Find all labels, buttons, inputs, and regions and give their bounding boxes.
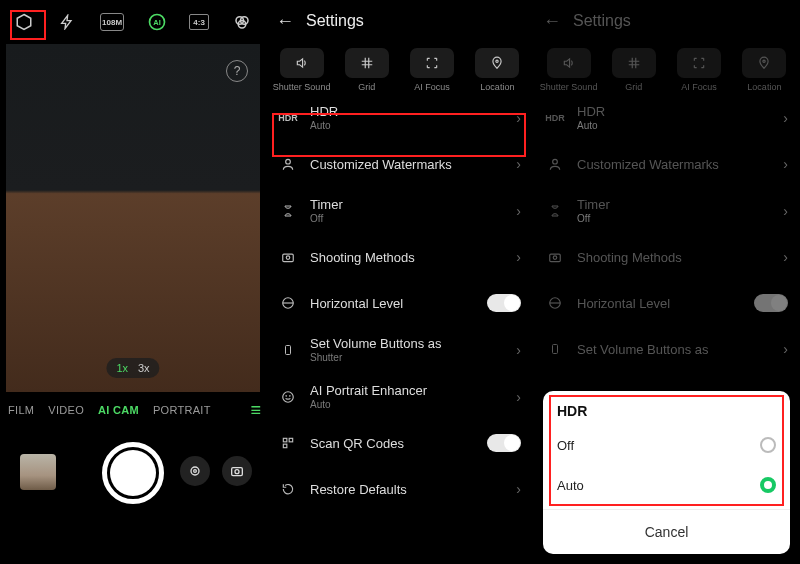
row-horizontal-level[interactable]: Horizontal Level	[266, 280, 533, 326]
timer-icon	[545, 204, 565, 218]
row-timer[interactable]: TimerOff ›	[266, 187, 533, 234]
aspect-ratio-icon[interactable]: 4:3	[189, 14, 209, 30]
toggle-horizontal-level[interactable]	[487, 294, 521, 312]
radio-auto[interactable]	[760, 477, 776, 493]
camera-icon	[545, 250, 565, 264]
quick-settings-row: Shutter Sound Grid AI Focus Location	[266, 42, 533, 94]
mode-film[interactable]: FILM	[8, 404, 34, 416]
ai-icon[interactable]: AI	[146, 8, 167, 36]
row-ai-portrait[interactable]: AI Portrait EnhancerAuto ›	[266, 373, 533, 420]
settings-list: HDR HDRAuto › Customized Watermarks › Ti…	[533, 94, 800, 372]
shutter-button[interactable]	[102, 442, 164, 504]
svg-point-6	[191, 467, 199, 475]
chevron-right-icon: ›	[516, 249, 521, 265]
svg-rect-27	[553, 345, 558, 354]
chevron-right-icon: ›	[516, 203, 521, 219]
sheet-title: HDR	[543, 391, 790, 425]
camera-screen: 108M AI 4:3 ? 1x 3x FILM VIDEO AI CAM PO…	[0, 0, 266, 564]
quick-shutter-sound[interactable]: Shutter Sound	[272, 48, 331, 92]
restore-icon	[278, 482, 298, 496]
svg-point-9	[235, 470, 239, 474]
settings-header: ← Settings	[266, 0, 533, 42]
quick-grid: Grid	[604, 48, 663, 92]
flash-icon[interactable]	[57, 8, 78, 36]
svg-rect-24	[550, 254, 561, 262]
mode-portrait[interactable]: PORTRAIT	[153, 404, 211, 416]
help-icon[interactable]: ?	[226, 60, 248, 82]
chevron-right-icon: ›	[516, 389, 521, 405]
quick-grid[interactable]: Grid	[337, 48, 396, 92]
svg-point-17	[286, 395, 287, 396]
row-shooting-methods[interactable]: Shooting Methods ›	[266, 234, 533, 280]
svg-point-23	[553, 159, 558, 164]
svg-point-7	[194, 470, 197, 473]
highlight-hdr-row	[272, 113, 526, 157]
svg-rect-12	[283, 254, 294, 262]
gallery-thumbnail[interactable]	[20, 454, 56, 490]
zoom-3x[interactable]: 3x	[138, 362, 150, 374]
megapixel-toggle[interactable]: 108M	[100, 13, 124, 31]
settings-header: ← Settings	[533, 0, 800, 42]
lens-button[interactable]	[180, 456, 210, 486]
settings-screen: ← Settings Shutter Sound Grid AI Focus L…	[266, 0, 533, 564]
svg-rect-19	[283, 438, 287, 442]
hdr-option-off[interactable]: Off	[543, 425, 790, 465]
switch-camera-button[interactable]	[222, 456, 252, 486]
row-shooting-methods: Shooting Methods ›	[533, 234, 800, 280]
row-restore-defaults[interactable]: Restore Defaults ›	[266, 466, 533, 512]
highlight-settings-icon	[10, 10, 46, 40]
phone-icon	[545, 341, 565, 357]
row-volume-buttons[interactable]: Set Volume Buttons asShutter ›	[266, 326, 533, 373]
svg-point-11	[286, 159, 291, 164]
quick-location: Location	[735, 48, 794, 92]
chevron-right-icon: ›	[516, 481, 521, 497]
level-icon	[545, 296, 565, 310]
timer-icon	[278, 204, 298, 218]
row-horizontal-level: Horizontal Level	[533, 280, 800, 326]
zoom-selector[interactable]: 1x 3x	[106, 358, 159, 378]
row-scan-qr[interactable]: Scan QR Codes	[266, 420, 533, 466]
watermark-icon	[545, 157, 565, 171]
back-icon[interactable]: ←	[543, 11, 561, 32]
filter-icon[interactable]	[231, 8, 252, 36]
svg-text:AI: AI	[153, 18, 161, 27]
svg-point-10	[496, 60, 498, 62]
camera-icon	[278, 250, 298, 264]
svg-point-22	[763, 60, 765, 62]
camera-bottombar	[0, 428, 266, 538]
row-volume-buttons: Set Volume Buttons as ›	[533, 326, 800, 372]
sheet-cancel-button[interactable]: Cancel	[543, 509, 790, 554]
toggle-scan-qr[interactable]	[487, 434, 521, 452]
chevron-right-icon: ›	[516, 342, 521, 358]
quick-settings-row: Shutter Sound Grid AI Focus Location	[533, 42, 800, 94]
qr-icon	[278, 436, 298, 450]
back-icon[interactable]: ←	[276, 11, 294, 32]
mode-more-icon[interactable]: ≡	[250, 400, 258, 421]
mode-video[interactable]: VIDEO	[48, 404, 84, 416]
svg-point-13	[286, 256, 290, 260]
face-icon	[278, 390, 298, 404]
svg-point-18	[289, 395, 290, 396]
svg-rect-8	[232, 468, 243, 476]
svg-rect-20	[289, 438, 293, 442]
chevron-right-icon: ›	[783, 249, 788, 265]
chevron-right-icon: ›	[783, 110, 788, 126]
chevron-right-icon: ›	[783, 203, 788, 219]
chevron-right-icon: ›	[516, 156, 521, 172]
quick-location[interactable]: Location	[468, 48, 527, 92]
quick-ai-focus[interactable]: AI Focus	[403, 48, 462, 92]
mode-aicam[interactable]: AI CAM	[98, 404, 139, 416]
hdr-icon: HDR	[545, 113, 565, 123]
phone-icon	[278, 342, 298, 358]
settings-screen-with-sheet: ← Settings Shutter Sound Grid AI Focus L…	[533, 0, 800, 564]
settings-title: Settings	[573, 12, 631, 30]
hdr-option-auto[interactable]: Auto	[543, 465, 790, 505]
radio-off[interactable]	[760, 437, 776, 453]
camera-viewfinder[interactable]: ? 1x 3x	[6, 44, 260, 392]
zoom-1x[interactable]: 1x	[116, 362, 128, 374]
quick-ai-focus: AI Focus	[670, 48, 729, 92]
toggle-horizontal-level	[754, 294, 788, 312]
hdr-action-sheet: HDR Off Auto Cancel	[543, 391, 790, 554]
quick-shutter-sound: Shutter Sound	[539, 48, 598, 92]
watermark-icon	[278, 157, 298, 171]
